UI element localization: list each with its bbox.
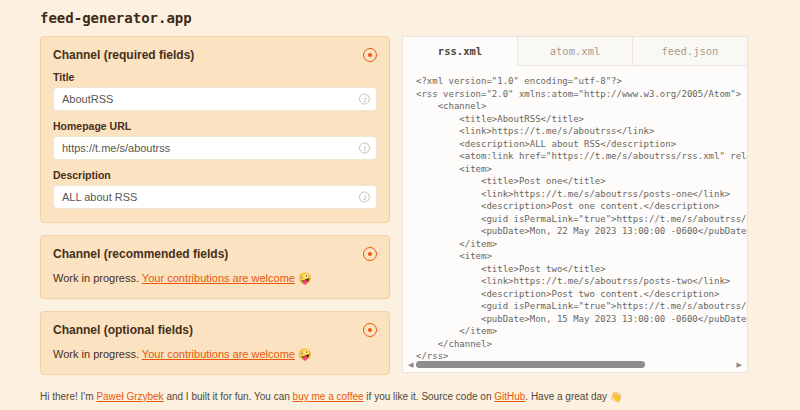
- github-link[interactable]: GitHub: [494, 391, 525, 402]
- footer-text: if you like it. Source code on: [364, 391, 495, 402]
- homepage-url-input[interactable]: [53, 136, 377, 160]
- scroll-right-arrow-icon[interactable]: ▶: [737, 360, 742, 369]
- info-icon[interactable]: i: [359, 192, 370, 203]
- info-icon[interactable]: i: [359, 94, 370, 105]
- title-field-wrap: i: [53, 87, 377, 111]
- circle-dot-icon: [368, 53, 372, 57]
- main-content: Channel (required fields) Title i Homepa…: [40, 36, 760, 387]
- contributions-link[interactable]: Your contributions are welcome: [142, 348, 295, 360]
- title-field-label: Title: [53, 71, 377, 83]
- tab-feed-json[interactable]: feed.json: [633, 36, 748, 66]
- code-preview-box: <?xml version="1.0" encoding="utf-8"?> <…: [402, 66, 748, 373]
- title-input[interactable]: [53, 87, 377, 111]
- description-field-wrap: i: [53, 185, 377, 209]
- form-column: Channel (required fields) Title i Homepa…: [40, 36, 390, 387]
- panel-header: Channel (required fields): [53, 48, 377, 62]
- tab-atom-xml[interactable]: atom.xml: [518, 36, 633, 66]
- description-input[interactable]: [53, 185, 377, 209]
- footer-text: . Have a great day 👋: [525, 391, 622, 402]
- page-footer: Hi there! I'm Paweł Grzybek and I built …: [40, 391, 622, 402]
- circle-dot-icon: [368, 252, 372, 256]
- panel-title: Channel (optional fields): [53, 323, 193, 337]
- feed-format-tabs: rss.xml atom.xml feed.json: [402, 36, 748, 66]
- collapse-toggle-icon[interactable]: [363, 48, 377, 62]
- info-icon[interactable]: i: [359, 143, 370, 154]
- wip-text: Work in progress.: [53, 348, 142, 360]
- zany-face-emoji: 🤪: [295, 272, 312, 284]
- tab-rss-xml[interactable]: rss.xml: [402, 36, 518, 66]
- description-field-label: Description: [53, 169, 377, 181]
- scrollbar-thumb[interactable]: [416, 361, 644, 368]
- homepage-url-field-label: Homepage URL: [53, 120, 377, 132]
- work-in-progress-note: Work in progress. Your contributions are…: [53, 348, 377, 361]
- author-link[interactable]: Paweł Grzybek: [96, 391, 163, 402]
- panel-channel-optional: Channel (optional fields) Work in progre…: [40, 311, 390, 375]
- horizontal-scrollbar[interactable]: ◀ ▶: [408, 360, 742, 369]
- panel-title: Channel (required fields): [53, 48, 194, 62]
- panel-title: Channel (recommended fields): [53, 247, 228, 261]
- homepage-url-field-wrap: i: [53, 136, 377, 160]
- app-header: feed-generator.app: [0, 0, 800, 26]
- zany-face-emoji: 🤪: [295, 348, 312, 360]
- panel-channel-required: Channel (required fields) Title i Homepa…: [40, 36, 390, 223]
- work-in-progress-note: Work in progress. Your contributions are…: [53, 272, 377, 285]
- panel-header: Channel (recommended fields): [53, 247, 377, 261]
- buy-me-a-coffee-link[interactable]: buy me a coffee: [293, 391, 364, 402]
- rss-xml-code: <?xml version="1.0" encoding="utf-8"?> <…: [403, 66, 747, 372]
- panel-header: Channel (optional fields): [53, 323, 377, 337]
- panel-channel-recommended: Channel (recommended fields) Work in pro…: [40, 235, 390, 299]
- footer-text: and I built it for fun. You can: [164, 391, 293, 402]
- app-title: feed-generator.app: [40, 10, 760, 26]
- scroll-left-arrow-icon[interactable]: ◀: [408, 360, 413, 369]
- wip-text: Work in progress.: [53, 272, 142, 284]
- scrollbar-track[interactable]: [416, 361, 733, 369]
- circle-dot-icon: [368, 328, 372, 332]
- preview-column: rss.xml atom.xml feed.json <?xml version…: [402, 36, 748, 387]
- footer-text: Hi there! I'm: [40, 391, 96, 402]
- collapse-toggle-icon[interactable]: [363, 247, 377, 261]
- collapse-toggle-icon[interactable]: [363, 323, 377, 337]
- contributions-link[interactable]: Your contributions are welcome: [142, 272, 295, 284]
